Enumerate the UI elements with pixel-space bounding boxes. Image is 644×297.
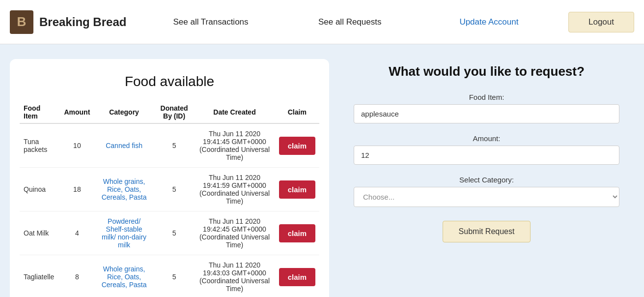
food-item-input[interactable] [354,104,619,123]
food-item-cell: Tuna packets [20,123,60,168]
brand-link[interactable]: B Breaking Bread [10,10,126,34]
nav-links: See all Transactions See all Requests Up… [141,12,559,32]
food-available-title: Food available [20,74,319,89]
category-cell: Whole grains, Rice, Oats, Cereals, Pasta [94,168,154,211]
col-food-item: Food Item [20,101,60,123]
date-created-cell: Thu Jun 11 2020 19:41:59 GMT+0000 (Coord… [194,168,275,211]
category-cell: Powdered/ Shelf-stable milk/ non-dairy m… [94,211,154,255]
table-row: Oat Milk4Powdered/ Shelf-stable milk/ no… [20,211,319,255]
table-row: Quinoa18Whole grains, Rice, Oats, Cereal… [20,168,319,211]
category-select[interactable]: Choose... Canned fish Whole grains, Rice… [354,187,619,207]
category-group: Select Category: Choose... Canned fish W… [354,176,619,207]
update-account-link[interactable]: Update Account [420,12,559,32]
category-cell: Whole grains, Rice, Oats, Cereals, Pasta [94,255,154,297]
navbar: B Breaking Bread See all Transactions Se… [0,0,644,44]
donated-by-cell: 5 [154,123,195,168]
col-category: Category [94,101,154,123]
amount-group: Amount: [354,134,619,165]
date-created-cell: Thu Jun 11 2020 19:41:45 GMT+0000 (Coord… [194,123,275,168]
amount-input[interactable] [354,146,619,165]
date-created-cell: Thu Jun 11 2020 19:42:45 GMT+0000 (Coord… [194,211,275,255]
claim-cell: claim [275,211,319,255]
submit-request-button[interactable]: Submit Request [443,221,531,242]
claim-button[interactable]: claim [279,268,315,286]
amount-cell: 8 [60,255,94,297]
logout-button[interactable]: Logout [568,12,634,32]
col-donated-by: Donated By (ID) [154,101,195,123]
donated-by-cell: 5 [154,211,195,255]
food-table: Food Item Amount Category Donated By (ID… [20,101,319,297]
table-row: Tagliatelle8Whole grains, Rice, Oats, Ce… [20,255,319,297]
see-all-transactions-link[interactable]: See all Transactions [141,12,280,32]
claim-cell: claim [275,123,319,168]
amount-cell: 10 [60,123,94,168]
claim-cell: claim [275,255,319,297]
claim-button[interactable]: claim [279,180,315,199]
table-row: Tuna packets10Canned fish5Thu Jun 11 202… [20,123,319,168]
amount-cell: 4 [60,211,94,255]
food-item-cell: Oat Milk [20,211,60,255]
brand-name: Breaking Bread [39,15,126,29]
request-form-title: What would you like to request? [354,64,619,79]
main-content: Food available Food Item Amount Category… [0,44,644,297]
select-category-label: Select Category: [354,176,619,184]
claim-button[interactable]: claim [279,137,315,155]
food-item-cell: Quinoa [20,168,60,211]
date-created-cell: Thu Jun 11 2020 19:43:03 GMT+0000 (Coord… [194,255,275,297]
amount-label: Amount: [354,134,619,143]
food-available-panel: Food available Food Item Amount Category… [10,59,329,297]
col-amount: Amount [60,101,94,123]
claim-cell: claim [275,168,319,211]
category-cell: Canned fish [94,123,154,168]
donated-by-cell: 5 [154,168,195,211]
col-date-created: Date Created [194,101,275,123]
food-item-group: Food Item: [354,93,619,123]
amount-cell: 18 [60,168,94,211]
food-item-label: Food Item: [354,93,619,101]
claim-button[interactable]: claim [279,224,315,242]
see-all-requests-link[interactable]: See all Requests [280,12,420,32]
donated-by-cell: 5 [154,255,195,297]
request-form-panel: What would you like to request? Food Ite… [339,59,634,297]
brand-logo-icon: B [10,10,33,34]
col-claim: Claim [275,101,319,123]
food-item-cell: Tagliatelle [20,255,60,297]
